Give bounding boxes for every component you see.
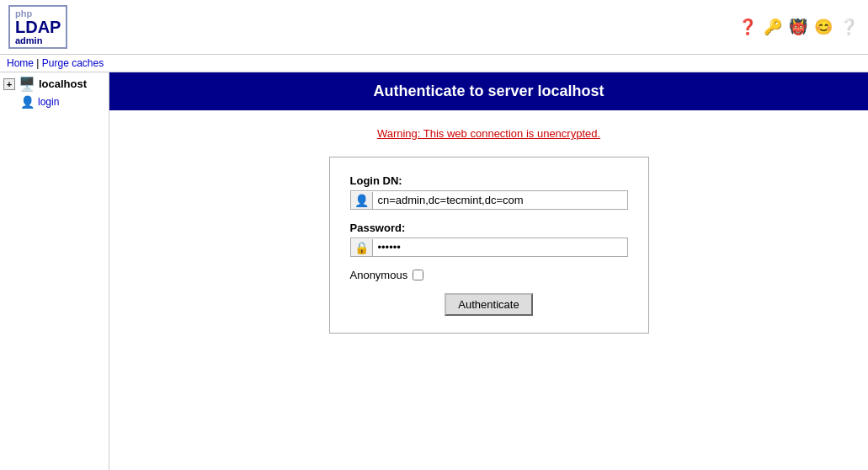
login-dn-row: Login DN: 👤 (350, 174, 628, 210)
help-icon[interactable]: ❓ (737, 16, 759, 38)
question-icon[interactable]: ❔ (838, 16, 860, 38)
warning-message: Warning: This web connection is unencryp… (143, 127, 834, 140)
login-dn-label: Login DN: (350, 174, 628, 187)
authenticate-button[interactable]: Authenticate (445, 293, 532, 316)
logo-admin: admin (15, 35, 61, 45)
password-label: Password: (350, 222, 628, 234)
login-dn-input-wrap: 👤 (350, 190, 628, 210)
password-row: Password: 🔒 (350, 222, 628, 257)
sidebar-expand-button[interactable]: + (3, 78, 15, 90)
anonymous-checkbox[interactable] (413, 270, 423, 280)
login-dn-input[interactable] (373, 191, 627, 209)
logo-ldap: LDAP (15, 19, 61, 35)
auth-title-bar: Authenticate to server localhost (109, 72, 868, 110)
sidebar-server-header: + 🖥️ localhost (3, 76, 105, 92)
smiley-icon[interactable]: 😊 (812, 16, 834, 38)
login-dn-icon: 👤 (351, 192, 373, 209)
auth-title: Authenticate to server localhost (373, 83, 604, 99)
server-icon: 🖥️ (19, 76, 35, 92)
auth-body: Warning: This web connection is unencryp… (109, 110, 868, 350)
auth-form-container: Login DN: 👤 Password: 🔒 Anon (329, 157, 649, 334)
app-header: php LDAP admin ❓ 🔑 👹 😊 ❔ (0, 0, 868, 55)
password-input-wrap: 🔒 (350, 238, 628, 257)
navbar: Home | Purge caches (0, 55, 868, 72)
server-name-label: localhost (39, 77, 87, 90)
sidebar-login-item[interactable]: 👤 login (3, 95, 105, 109)
header-icons: ❓ 🔑 👹 😊 ❔ (737, 16, 860, 38)
home-link[interactable]: Home (7, 57, 34, 69)
key-icon[interactable]: 🔑 (762, 16, 784, 38)
login-icon: 👤 (20, 95, 35, 109)
bug-icon[interactable]: 👹 (787, 16, 809, 38)
anonymous-row: Anonymous (350, 269, 628, 281)
purge-caches-link[interactable]: Purge caches (42, 57, 104, 69)
anonymous-label: Anonymous (350, 269, 408, 281)
submit-row: Authenticate (350, 293, 628, 316)
password-icon: 🔒 (351, 239, 373, 256)
sidebar: + 🖥️ localhost 👤 login (0, 72, 109, 470)
logo-area: php LDAP admin (8, 5, 69, 49)
sidebar-login-label: login (38, 96, 59, 108)
content-area: Authenticate to server localhost Warning… (109, 72, 868, 470)
password-input[interactable] (373, 238, 627, 256)
main-layout: + 🖥️ localhost 👤 login Authenticate to s… (0, 72, 868, 470)
logo-box: php LDAP admin (8, 5, 67, 49)
